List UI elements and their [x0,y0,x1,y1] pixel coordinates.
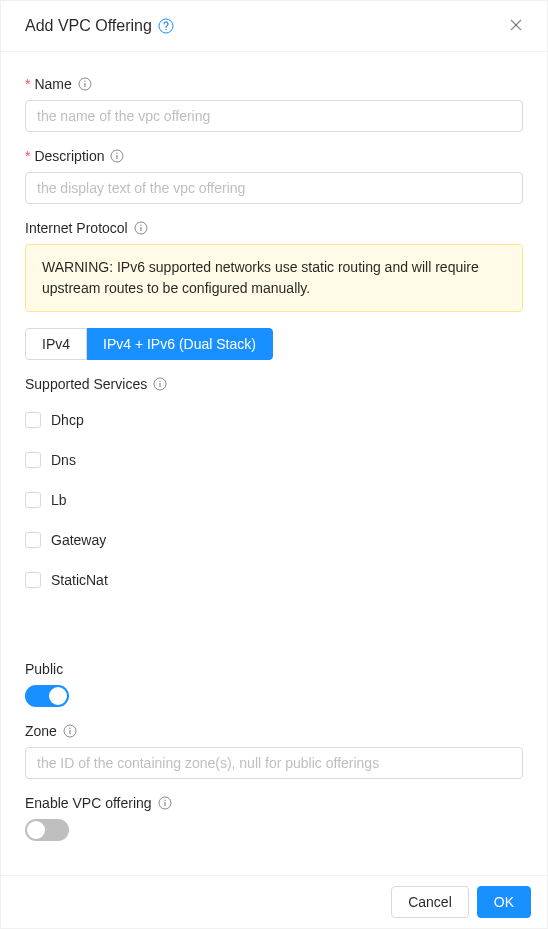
services-scroll-list[interactable]: Dhcp Dns Lb Gateway StaticNat [25,400,523,645]
description-label-text: Description [34,148,104,164]
name-input[interactable] [25,100,523,132]
supported-services-label: Supported Services [25,376,523,392]
info-icon[interactable] [63,724,77,738]
service-row-gateway: Gateway [25,520,519,560]
service-row-dhcp: Dhcp [25,400,519,440]
enable-offering-label: Enable VPC offering [25,795,523,811]
modal-body: * Name * Description Internet Protocol [1,52,547,875]
service-label: Dhcp [51,412,84,428]
enable-offering-switch[interactable] [25,819,69,841]
svg-point-14 [159,381,160,382]
service-label: Dns [51,452,76,468]
add-vpc-offering-modal: Add VPC Offering * Name [0,0,548,929]
service-row-dns: Dns [25,440,519,480]
dns-checkbox[interactable] [25,452,41,468]
public-field-group: Public [25,661,523,707]
staticnat-checkbox[interactable] [25,572,41,588]
cancel-button[interactable]: Cancel [391,886,469,918]
ip-radio-group: IPv4 IPv4 + IPv6 (Dual Stack) [25,328,273,360]
ok-button[interactable]: OK [477,886,531,918]
enable-label-text: Enable VPC offering [25,795,152,811]
zone-input[interactable] [25,747,523,779]
service-label: StaticNat [51,572,108,588]
zone-label: Zone [25,723,523,739]
svg-point-5 [84,81,85,82]
public-switch[interactable] [25,685,69,707]
supported-services-group: Supported Services Dhcp Dns Lb [25,376,523,645]
name-label: * Name [25,76,523,92]
service-row-lb: Lb [25,480,519,520]
modal-footer: Cancel OK [1,875,547,928]
service-label: Gateway [51,532,106,548]
ipv6-warning-alert: WARNING: IPv6 supported networks use sta… [25,244,523,312]
public-label-text: Public [25,661,63,677]
info-icon[interactable] [78,77,92,91]
description-label: * Description [25,148,523,164]
ipv4-ipv6-option[interactable]: IPv4 + IPv6 (Dual Stack) [87,328,273,360]
help-icon[interactable] [158,18,174,34]
svg-point-1 [165,29,166,30]
svg-point-8 [117,153,118,154]
info-icon[interactable] [158,796,172,810]
internet-protocol-label: Internet Protocol [25,220,523,236]
public-label: Public [25,661,523,677]
description-input[interactable] [25,172,523,204]
gateway-checkbox[interactable] [25,532,41,548]
lb-checkbox[interactable] [25,492,41,508]
service-label: Lb [51,492,67,508]
ip-label-text: Internet Protocol [25,220,128,236]
svg-point-11 [140,225,141,226]
svg-point-20 [164,800,165,801]
switch-knob [49,687,67,705]
zone-label-text: Zone [25,723,57,739]
svg-point-17 [69,728,70,729]
close-button[interactable] [509,18,523,35]
service-row-staticnat: StaticNat [25,560,519,600]
zone-field-group: Zone [25,723,523,779]
enable-offering-group: Enable VPC offering [25,795,523,841]
name-label-text: Name [34,76,71,92]
services-label-text: Supported Services [25,376,147,392]
modal-header: Add VPC Offering [1,1,547,52]
modal-title: Add VPC Offering [25,17,174,35]
ipv4-option[interactable]: IPv4 [25,328,87,360]
description-field-group: * Description [25,148,523,204]
internet-protocol-group: Internet Protocol WARNING: IPv6 supporte… [25,220,523,360]
info-icon[interactable] [153,377,167,391]
dhcp-checkbox[interactable] [25,412,41,428]
name-field-group: * Name [25,76,523,132]
info-icon[interactable] [110,149,124,163]
required-mark: * [25,148,30,164]
title-text: Add VPC Offering [25,17,152,35]
info-icon[interactable] [134,221,148,235]
switch-knob [27,821,45,839]
required-mark: * [25,76,30,92]
